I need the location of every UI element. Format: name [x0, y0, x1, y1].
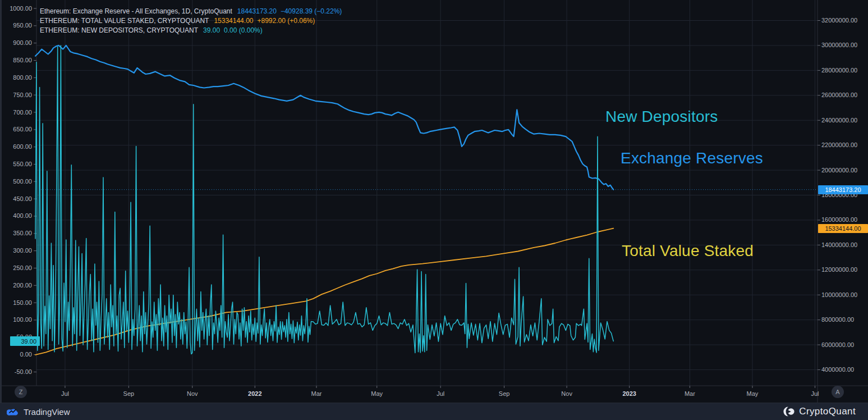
left-axis-label: 400.00	[13, 213, 32, 219]
time-axis-label: Nov	[561, 390, 572, 397]
left-axis-label: 900.00	[13, 40, 32, 46]
time-axis-label: Mar	[685, 390, 695, 397]
last-value-badge-total-value-staked: 15334144.00	[818, 224, 868, 233]
time-axis-label: 2023	[622, 390, 636, 397]
legend-title: ETHEREUM: TOTAL VALUE STAKED, CRYPTOQUAN…	[40, 17, 209, 25]
left-price-axis[interactable]: 1000.00950.00900.00850.00800.00750.00700…	[0, 0, 36, 386]
legend-value: 39.00	[203, 26, 220, 34]
left-axis-label: 500.00	[13, 179, 32, 185]
annotation-exchange-reserves[interactable]: Exchange Reserves	[621, 149, 763, 167]
legend-row-exchange-reserve[interactable]: Ethereum: Exchange Reserve - All Exchang…	[40, 7, 342, 17]
right-axis-label: 6000000.00	[821, 342, 854, 348]
last-value-badge-new-depositors: 39.00	[10, 336, 40, 346]
time-axis-label: May	[747, 390, 759, 397]
legend-change: −40928.39 (−0.22%)	[281, 7, 342, 15]
footer-bar: TradingView CryptoQuant	[0, 403, 868, 420]
left-axis-label: 150.00	[13, 300, 32, 306]
right-axis-label: 10000000.00	[821, 292, 857, 298]
series-exchange-reserve-all-exchanges	[35, 45, 613, 190]
right-axis-label: 14000000.00	[821, 242, 857, 248]
tradingview-brand[interactable]: TradingView	[7, 407, 70, 417]
cryptoquant-label: CryptoQuant	[799, 406, 856, 417]
left-axis-label: -50.00	[15, 369, 32, 375]
legend-change: 0.00 (0.00%)	[224, 26, 263, 34]
time-axis-label: Jul	[61, 390, 69, 397]
legend-row-new-depositors[interactable]: ETHEREUM: NEW DEPOSITORS, CRYPTOQUANT 39…	[40, 26, 342, 36]
chart-window: 1000.00950.00900.00850.00800.00750.00700…	[0, 0, 868, 420]
left-axis-label: 850.00	[13, 57, 32, 63]
right-axis-label: 26000000.00	[821, 92, 857, 98]
cryptoquant-logo-icon	[783, 406, 795, 417]
legend-value: 18443173.20	[237, 7, 277, 15]
legend-value: 15334144.00	[214, 17, 253, 25]
left-axis-label: 800.00	[13, 75, 32, 81]
left-axis-label: 100.00	[13, 317, 32, 323]
legend-row-total-value-staked[interactable]: ETHEREUM: TOTAL VALUE STAKED, CRYPTOQUAN…	[40, 17, 342, 26]
annotation-new-depositors[interactable]: New Depositors	[605, 108, 718, 126]
right-axis-label: 4000000.00	[821, 367, 854, 373]
right-axis-label: 8000000.00	[821, 317, 854, 323]
right-axis-label: 30000000.00	[821, 42, 857, 48]
tradingview-logo-icon	[7, 408, 20, 416]
legend-change: +8992.00 (+0.06%)	[257, 17, 315, 25]
time-axis-label: Jul	[437, 390, 444, 397]
right-axis-label: 28000000.00	[821, 67, 857, 74]
right-axis-label: 16000000.00	[821, 217, 857, 223]
time-axis-label: Sep	[123, 390, 135, 397]
left-axis-label: 650.00	[13, 126, 32, 133]
annotation-total-value-staked[interactable]: Total Value Staked	[622, 242, 754, 260]
time-axis-label: Mar	[311, 390, 322, 397]
time-axis-label: Nov	[187, 390, 198, 397]
time-axis[interactable]: JulSepNov2022MarMayJulSepNov2023MarMayJu…	[0, 386, 868, 403]
right-scale-mode-button[interactable]: A	[832, 386, 844, 398]
right-axis-label: 12000000.00	[821, 267, 857, 273]
time-axis-label: 2022	[248, 390, 261, 397]
legend-title: ETHEREUM: NEW DEPOSITORS, CRYPTOQUANT	[40, 26, 198, 34]
left-axis-label: 700.00	[13, 109, 32, 116]
time-axis-label: Sep	[499, 390, 510, 397]
left-axis-label: 600.00	[13, 144, 32, 150]
right-axis-label: 24000000.00	[821, 117, 857, 124]
left-axis-label: 950.00	[13, 22, 32, 29]
left-axis-label: 550.00	[13, 161, 32, 167]
time-axis-label: May	[371, 390, 383, 397]
left-axis-label: 350.00	[13, 230, 32, 236]
left-axis-label: 250.00	[13, 265, 32, 271]
left-axis-label: 1000.00	[10, 6, 32, 12]
right-axis-label: 32000000.00	[821, 17, 857, 24]
left-axis-label: 450.00	[13, 196, 32, 202]
last-value-badge-exchange-reserve: 18443173.20	[818, 185, 868, 194]
right-axis-label: 22000000.00	[821, 142, 857, 148]
left-axis-label: 750.00	[13, 92, 32, 98]
time-axis-label: Jul	[811, 390, 819, 397]
legend-title: Ethereum: Exchange Reserve - All Exchang…	[40, 7, 232, 15]
legend: Ethereum: Exchange Reserve - All Exchang…	[40, 7, 342, 36]
right-axis-label: 20000000.00	[821, 167, 857, 174]
tradingview-label: TradingView	[24, 407, 70, 417]
cryptoquant-brand[interactable]: CryptoQuant	[783, 406, 856, 417]
left-scale-mode-button[interactable]: Z	[15, 386, 27, 398]
left-axis-label: 0.00	[20, 351, 32, 358]
chart-canvas[interactable]	[0, 0, 868, 403]
series-new-depositors	[35, 45, 613, 354]
left-axis-label: 200.00	[13, 282, 32, 289]
left-axis-label: 300.00	[13, 248, 32, 254]
